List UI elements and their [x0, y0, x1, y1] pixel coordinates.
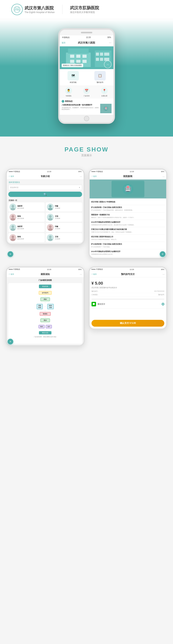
doctor-name-1: 徐跃军: [17, 205, 43, 207]
svg-rect-20: [104, 58, 109, 61]
banner-seal: 认证: [104, 60, 112, 68]
svg-rect-15: [96, 52, 99, 56]
flow-add-fab[interactable]: +: [7, 339, 13, 344]
news-list: 武汉市第八医院2017年招聘信息 护士担房发现一万余元现金 连夜交还室主 护士长…: [90, 198, 166, 258]
news-list-item-6[interactable]: 护士担房发现一万余元现金 连夜交还室主 护士长担房发现了一万余元现金...: [91, 242, 165, 249]
doctor-nav-more[interactable]: ···: [80, 175, 82, 178]
news-item-text: 八医院离退休老同志欢聚一堂共渡重阳节 为弘扬传统文化，共渡重阳节，丰富老同志的文…: [62, 104, 99, 110]
phone-news-section: + 医院动态 八医院离退休老同志欢聚一堂共渡重阳节 为弘扬传统文化，共渡重阳节，…: [60, 98, 113, 115]
svg-rect-7: [70, 54, 74, 58]
svg-rect-9: [82, 54, 87, 58]
doctor-avatar-6: [47, 224, 54, 231]
phone-nav-more[interactable]: ···: [109, 41, 111, 44]
doctor-select-arrow: ▼: [79, 187, 80, 188]
flow-nav-more[interactable]: ···: [80, 273, 82, 276]
doctor-screen: 按科室找医生 请选择科室 ▼ 🔍 肛肠病一区 徐跃军: [7, 180, 84, 244]
expert-icon: 👨‍⚕️: [65, 87, 72, 94]
doctor-name-2: 刘敏: [55, 205, 81, 207]
doctor-back-button[interactable]: ◁ 返回: [8, 175, 14, 178]
payment-battery: 30%: [161, 268, 164, 270]
sec-nav-clinic[interactable]: 📅 门诊安排: [78, 87, 95, 97]
doctor-name-6: 刘敏: [55, 225, 81, 228]
news-list-item-2[interactable]: 我院迎来一批德国实习生 我院近日，迎来了77名来自德国某医学大学的实习生，连接共…: [91, 212, 165, 220]
clinic-icon: 📅: [83, 87, 90, 94]
doctor-battery: 30%: [78, 170, 81, 172]
news-item[interactable]: 八医院离退休老同志欢聚一堂共渡重阳节 为弘扬传统文化，共渡重阳节，丰富老同志的文…: [62, 104, 112, 113]
payment-method-row[interactable]: 微信支付: [92, 298, 165, 308]
logo-icon: 武汉市 第八医院: [11, 4, 23, 15]
doctor-add-fab[interactable]: +: [7, 251, 13, 257]
news-item-title: 八医院离退休老同志欢聚一堂共渡重阳节: [62, 104, 99, 106]
doctor-card-6[interactable]: 刘敏 主任医师: [46, 223, 82, 232]
doctor-search-bar[interactable]: 🔍: [8, 192, 82, 197]
news-section-title: 医院动态: [65, 100, 73, 103]
payment-confirm-button[interactable]: 确认支付 ¥ 5.00: [92, 320, 165, 327]
news-back-button[interactable]: ◁ 返回: [91, 175, 97, 178]
sec-nav-location[interactable]: 📍 交通位置: [95, 87, 113, 97]
doctor-card-4[interactable]: 王恒 主任医师: [46, 213, 82, 222]
svg-text:📋: 📋: [98, 74, 102, 78]
svg-text:武汉市: 武汉市: [15, 8, 19, 9]
doctor-nav-bar: ◁ 返回 专家介绍 ···: [7, 174, 84, 180]
svg-point-41: [11, 225, 14, 228]
doctor-card-2[interactable]: 刘敏 主任医师: [46, 202, 82, 212]
news-phone: ●●●● 中国电信 12:20 30% ◁ 返回 医院新闻 ··· 🏥: [88, 168, 168, 259]
flow-status-bar: ●●●● 中国电信 12:20 30%: [7, 268, 84, 271]
doctor-select[interactable]: 请选择科室 ▼: [8, 185, 82, 190]
news-list-item-3[interactable]: 2016年中国临床合理用药大会顺利召开 为贯彻落实2016年合理用药大会主旨，参…: [91, 220, 165, 227]
news-list-item-5[interactable]: 武汉市第八医院环境信息公示 为向社会公示我院环境信息情况，特此公示...: [91, 234, 165, 242]
news-list-title-7: 2016年中国临床合理用药大会顺利召开: [91, 250, 165, 253]
hospital-logo: 武汉市 第八医院 武汉市第八医院 The Eighth Hospital of …: [11, 4, 55, 15]
doctor-card-1[interactable]: 徐跃军 副主任医师: [8, 202, 45, 212]
news-add-fab[interactable]: +: [160, 251, 166, 257]
doctor-card-5[interactable]: 徐跃军 副主任医师: [8, 223, 45, 232]
quick-nav-item-department[interactable]: 🗺 科室导航: [60, 71, 87, 84]
header: 武汉市 第八医院 武汉市第八医院 The Eighth Hospital of …: [0, 0, 173, 19]
flow-time: 12:20: [47, 268, 51, 270]
page-show-subtitle: 页面展示: [7, 154, 166, 157]
svg-point-44: [49, 225, 52, 228]
flow-chart: 初诊患者 ↓ 挂号/取号 ↓ 就诊 ↓ 需要检查 → 检查/化验 ↓ 取报告: [8, 283, 82, 344]
payment-radio[interactable]: [162, 303, 164, 306]
flow-nav-bar: ◁ 返回 就医须知 ···: [7, 271, 84, 278]
phone-back-button[interactable]: 返回: [62, 42, 65, 44]
news-list-item-4[interactable]: 开展卫生计生重点问题专项整治行动的实施方案 主要针对卫生计生3方面违规行为，参会…: [91, 227, 165, 234]
svg-point-50: [49, 236, 52, 238]
sec-nav-expert-label: 专家团队: [66, 95, 72, 97]
flow-content-screen: 门诊就医流程图 初诊患者 ↓ 挂号/取号 ↓ 就诊 ↓ 需要检查 → 检查/化验: [7, 278, 84, 345]
doctor-info-5: 徐跃军 副主任医师: [17, 225, 43, 230]
hospital-name-group: 武汉市第八医院 The Eighth Hospital of Wuhan: [24, 5, 55, 14]
phone-nav-title: 武汉市第八医院: [78, 41, 95, 44]
payment-order-value: 201704232318: [154, 290, 164, 292]
phone-home-button[interactable]: [60, 115, 113, 122]
doctor-card-8[interactable]: 王恒 主任医师: [46, 233, 82, 242]
news-time: 12:20: [130, 170, 134, 172]
news-nav-more[interactable]: ···: [163, 175, 165, 178]
flow-chart-title: 门诊就医流程图: [8, 279, 82, 282]
flow-back-button[interactable]: ◁ 返回: [8, 273, 14, 276]
sec-nav-expert[interactable]: 👨‍⚕️ 专家团队: [60, 87, 78, 97]
department-nav-icon: 🗺: [67, 71, 79, 80]
svg-rect-10: [70, 60, 74, 63]
news-list-item-1[interactable]: 护士担房发现一万余元现金 连夜交还室主 护士长担房发现了一万余元现金的详情，连夜…: [91, 205, 165, 212]
doctor-name-3: 陈艳: [17, 215, 43, 218]
svg-rect-16: [100, 52, 103, 56]
doctor-card-7[interactable]: 陈艳 副主任医师: [8, 233, 45, 242]
doctor-avatar-2: [47, 204, 54, 210]
payment-back-button[interactable]: ◁ 返回: [91, 273, 97, 276]
doctor-phone: ●●●● 中国电信 12:20 30% ◁ 返回 专家介绍 ··· 按科室找医生…: [6, 168, 85, 245]
quick-nav-item-appointment[interactable]: 📋 预约挂号: [87, 71, 113, 84]
phone-top-bar: [60, 30, 113, 36]
doctor-dept-8: 主任医师: [55, 238, 81, 240]
doctor-dept-1: 副主任医师: [17, 207, 43, 209]
flow-battery: 30%: [78, 268, 81, 270]
payment-nav-more[interactable]: ···: [163, 273, 165, 276]
doctor-avatar-7: [9, 234, 16, 241]
doctor-card-3[interactable]: 陈艳 副主任医师: [8, 213, 45, 222]
news-phone-wrapper: ●●●● 中国电信 12:20 30% ◁ 返回 医院新闻 ··· 🏥: [88, 168, 168, 259]
news-list-item-0[interactable]: 武汉市第八医院2017年招聘信息: [91, 200, 165, 205]
payment-order-label: 预约单号：: [92, 290, 99, 292]
phone-time: 12:20: [86, 36, 91, 38]
payment-method-label: 微信支付: [98, 303, 160, 306]
news-list-item-7[interactable]: 2016年中国临床合理用药大会顺利召开 为贯彻落实2016年合理用药大会主旨..…: [91, 249, 165, 256]
